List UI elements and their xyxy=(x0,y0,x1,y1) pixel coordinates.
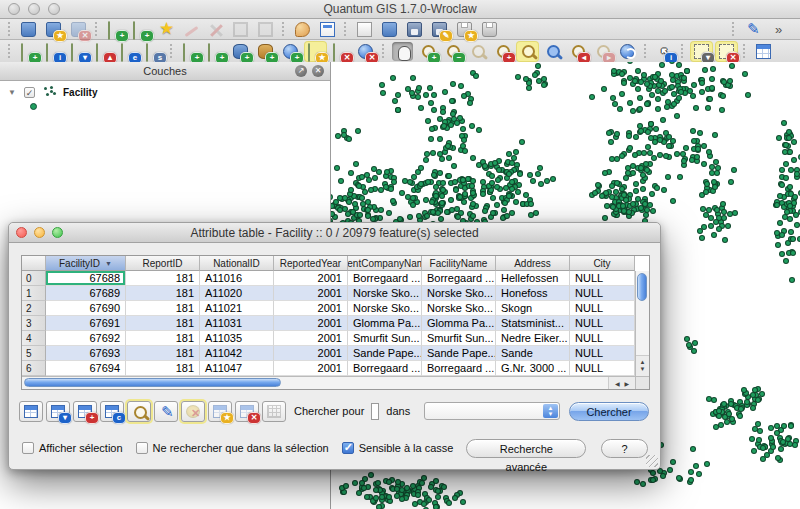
file-new-icon[interactable] xyxy=(354,20,375,39)
row-number[interactable]: 0 xyxy=(22,271,46,286)
row-number[interactable]: 3 xyxy=(22,316,46,331)
print-icon[interactable] xyxy=(479,20,500,39)
zoom-out-icon[interactable]: − xyxy=(442,42,463,61)
table-cell[interactable]: Norske Sko... xyxy=(422,301,496,316)
options-list-icon[interactable] xyxy=(317,20,338,39)
scroll-down-icon[interactable]: ▼ xyxy=(640,366,646,373)
table-cell[interactable]: Honefoss xyxy=(496,286,570,301)
map-save-icon[interactable]: s xyxy=(143,42,164,61)
zoom-map-to-selected-button[interactable] xyxy=(127,401,151,422)
add-wms-layer-icon[interactable]: + xyxy=(280,42,301,61)
table-row[interactable]: 267690181A110212001Norske Sko...Norske S… xyxy=(22,301,635,316)
table-cell[interactable]: NULL xyxy=(570,331,635,346)
table-cell[interactable]: Sande Pape... xyxy=(422,346,496,361)
zoom-to-layer-icon[interactable] xyxy=(542,42,563,61)
zoom-last-icon[interactable]: ◂ xyxy=(567,42,588,61)
table-cell[interactable]: 181 xyxy=(126,271,200,286)
checkbox-box[interactable] xyxy=(136,442,148,454)
table-cell[interactable]: 181 xyxy=(126,346,200,361)
deselect-features-icon[interactable]: ✕ xyxy=(716,42,737,61)
table-row[interactable]: 567693181A110422001Sande Pape...Sande Pa… xyxy=(22,346,635,361)
select-features-icon[interactable]: ▾ xyxy=(691,42,712,61)
file-open-icon[interactable] xyxy=(379,20,400,39)
case-sensitive-checkbox[interactable]: Sensible à la casse xyxy=(342,442,454,454)
row-number[interactable]: 2 xyxy=(22,301,46,316)
panel-close-icon[interactable]: ✕ xyxy=(312,65,324,77)
table-cell[interactable]: Borregaard ... xyxy=(348,361,422,376)
search-input[interactable] xyxy=(371,403,379,420)
table-cell[interactable]: Borregaard ... xyxy=(422,271,496,286)
zoom-full-icon[interactable]: + xyxy=(492,42,513,61)
map-download-icon[interactable]: ▾ xyxy=(68,42,89,61)
plugin-install-icon[interactable]: + xyxy=(105,20,126,39)
column-header-reportid[interactable]: ReportID xyxy=(126,256,200,271)
row-number[interactable]: 6 xyxy=(22,361,46,376)
table-cell[interactable]: Borregaard ... xyxy=(422,361,496,376)
table-cell[interactable]: A11042 xyxy=(200,346,274,361)
annotation-tool-icon[interactable] xyxy=(742,20,763,39)
project-favorites-icon[interactable]: ★ xyxy=(43,20,64,39)
column-header-facilityid[interactable]: FacilityID▼ xyxy=(46,256,126,271)
table-cell[interactable]: Smurfit Sun... xyxy=(348,331,422,346)
horizontal-scroll-thumb[interactable] xyxy=(24,378,281,387)
unselect-all-button[interactable] xyxy=(19,401,43,422)
invert-selection-button[interactable]: + xyxy=(73,401,97,422)
scroll-left-icon[interactable]: ◀ xyxy=(615,380,620,387)
project-open-icon[interactable] xyxy=(18,20,39,39)
dialog-titlebar[interactable]: Attribute table - Facility :: 0 / 20979 … xyxy=(9,223,660,243)
add-spatialite-layer-icon[interactable]: + xyxy=(255,42,276,61)
add-vector-layer-icon[interactable]: + xyxy=(180,42,201,61)
open-attribute-table-icon[interactable] xyxy=(753,42,774,61)
table-cell[interactable]: Skogn xyxy=(496,301,570,316)
toolbar-overflow-icon[interactable] xyxy=(767,20,788,39)
table-cell[interactable]: Hellefossen xyxy=(496,271,570,286)
table-cell[interactable]: NULL xyxy=(570,271,635,286)
add-postgis-layer-icon[interactable]: + xyxy=(230,42,251,61)
table-cell[interactable]: 2001 xyxy=(274,346,348,361)
table-cell[interactable]: A11035 xyxy=(200,331,274,346)
table-cell[interactable]: 67691 xyxy=(46,316,126,331)
vertical-scroll-arrows[interactable]: ▲▼ xyxy=(636,355,649,376)
pan-tool-icon[interactable] xyxy=(392,42,413,61)
layer-expander-icon[interactable]: ▼ xyxy=(8,88,17,97)
advanced-search-button[interactable]: Recherche avancée xyxy=(466,439,586,458)
table-cell[interactable]: A11021 xyxy=(200,301,274,316)
combobox-stepper-icon[interactable]: ▲▼ xyxy=(543,404,558,418)
table-cell[interactable]: Smurfit Sun... xyxy=(422,331,496,346)
table-row[interactable]: 667694181A110472001Borregaard ...Borrega… xyxy=(22,361,635,376)
table-cell[interactable]: A11016 xyxy=(200,271,274,286)
layer-visibility-checkbox[interactable]: ✓ xyxy=(24,87,35,98)
column-header-facilityname[interactable]: FacilityName xyxy=(422,256,496,271)
table-cell[interactable]: NULL xyxy=(570,346,635,361)
table-cell[interactable]: 181 xyxy=(126,361,200,376)
table-row[interactable]: 367691181A110312001Glomma Pa...Glomma Pa… xyxy=(22,316,635,331)
scroll-right-icon[interactable]: ▶ xyxy=(625,380,630,387)
table-cell[interactable]: 67692 xyxy=(46,331,126,346)
table-row[interactable]: 467692181A110352001Smurfit Sun...Smurfit… xyxy=(22,331,635,346)
table-cell[interactable]: NULL xyxy=(570,286,635,301)
map-new-icon[interactable]: + xyxy=(18,42,39,61)
table-row[interactable]: 067688181A110162001Borregaard ...Borrega… xyxy=(22,271,635,286)
row-number[interactable]: 5 xyxy=(22,346,46,361)
table-cell[interactable]: Glomma Pa... xyxy=(422,316,496,331)
move-selection-to-top-button[interactable]: ▾ xyxy=(46,401,70,422)
map-edit-icon[interactable]: e xyxy=(118,42,139,61)
table-cell[interactable]: 2001 xyxy=(274,316,348,331)
map-refresh-icon[interactable] xyxy=(617,42,638,61)
dialog-close-button[interactable] xyxy=(16,227,27,238)
table-cell[interactable]: 67689 xyxy=(46,286,126,301)
remove-layer-icon[interactable]: ✕ xyxy=(330,42,351,61)
layer-item-facility[interactable]: ▼ ✓ Facility xyxy=(0,84,330,100)
table-cell[interactable]: Norske Sko... xyxy=(348,286,422,301)
table-cell[interactable]: Sande Pape... xyxy=(348,346,422,361)
table-cell[interactable]: 67690 xyxy=(46,301,126,316)
file-save-icon[interactable] xyxy=(404,20,425,39)
map-info-icon[interactable]: i xyxy=(43,42,64,61)
field-combobox[interactable]: ▲▼ xyxy=(424,402,560,420)
table-cell[interactable]: 2001 xyxy=(274,271,348,286)
table-cell[interactable]: Statsminist... xyxy=(496,316,570,331)
file-save-as-icon[interactable]: ✎ xyxy=(429,20,450,39)
add-raster-layer-icon[interactable]: + xyxy=(205,42,226,61)
table-cell[interactable]: 67688 xyxy=(46,271,126,286)
show-selection-checkbox[interactable]: Afficher sélection xyxy=(22,442,123,454)
